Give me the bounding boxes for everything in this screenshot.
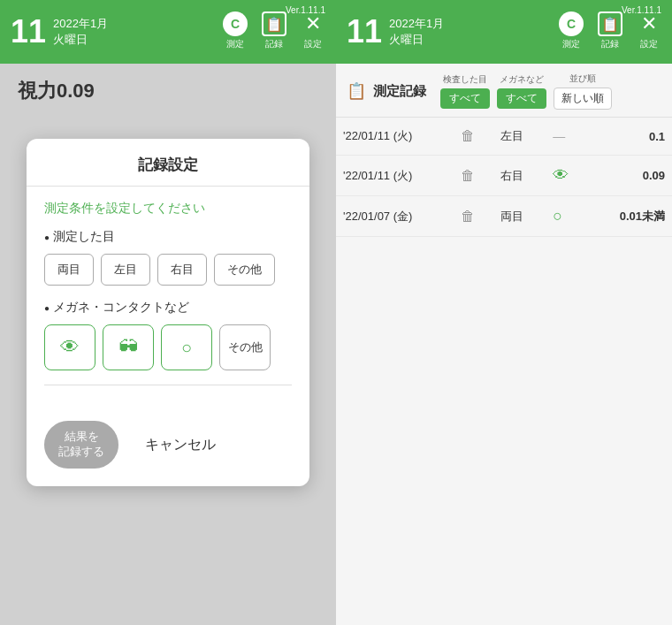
cancel-button[interactable]: キャンセル [145, 436, 216, 454]
record-eye-2: 右目 [493, 156, 546, 196]
circle-icon: ○ [553, 207, 562, 225]
records-table: '22/01/11 (火) 🗑 左目 — 0.1 '22/01/11 (火) 🗑… [336, 118, 672, 237]
eye-option-both[interactable]: 両目 [44, 254, 94, 286]
filter-glasses-button[interactable]: すべて [497, 88, 546, 109]
circle-symbol-icon: ○ [181, 338, 192, 358]
eye-options-row: 両目 左目 右目 その他 [44, 254, 292, 286]
glasses-option-eye[interactable]: 👁 [44, 324, 95, 370]
right-record-label: 記録 [601, 38, 619, 50]
record-value-2: 0.09 [588, 156, 672, 196]
dialog-title: 記録設定 [27, 139, 309, 187]
delete-icon-3[interactable]: 🗑 [461, 209, 475, 224]
filter-sort-button[interactable]: 新しい順 [554, 88, 612, 110]
glasses-option-glasses[interactable]: 🕶 [103, 324, 154, 370]
left-panel: 11 2022年1月 火曜日 Ver.1.11.1 C 測定 📋 記録 ✕ 設定… [0, 0, 336, 625]
dialog-divider [44, 385, 292, 385]
record-date-2: '22/01/11 (火) [336, 156, 454, 196]
records-list-icon: 📋 [347, 81, 366, 101]
delete-icon-1[interactable]: 🗑 [461, 128, 475, 143]
right-settings-icon-item[interactable]: ✕ 設定 [637, 11, 661, 50]
record-eye-1: 左目 [493, 118, 546, 156]
right-settings-icon: ✕ [637, 11, 661, 36]
table-row: '22/01/11 (火) 🗑 左目 — 0.1 [336, 118, 672, 156]
records-title: 測定記録 [373, 83, 426, 100]
delete-cell-2[interactable]: 🗑 [454, 156, 493, 196]
record-value-1: 0.1 [588, 118, 672, 156]
right-record-icon: 📋 [598, 11, 622, 36]
record-glasses-3: ○ [546, 196, 588, 237]
dialog-overlay: 記録設定 測定条件を設定してください 測定した目 両目 左目 右目 その他 メガ… [0, 0, 336, 625]
filter-glasses-label: メガネなど [500, 73, 544, 86]
eye-option-right[interactable]: 右目 [157, 254, 207, 286]
glasses-options-row: 👁 🕶 ○ その他 [44, 324, 292, 370]
no-glasses-icon: — [553, 129, 565, 143]
right-measure-label: 測定 [562, 38, 580, 50]
right-measure-icon: C [559, 11, 584, 36]
eye-symbol-icon: 👁 [60, 336, 80, 359]
dialog-footer: 結果を記録する キャンセル [27, 414, 309, 486]
delete-cell-3[interactable]: 🗑 [454, 196, 493, 237]
right-version: Ver.1.11.1 [622, 5, 661, 15]
record-date-1: '22/01/11 (火) [336, 118, 454, 156]
eye-option-other[interactable]: その他 [214, 254, 275, 286]
delete-cell-1[interactable]: 🗑 [454, 118, 493, 156]
glasses-section-label: メガネ・コンタクトなど [44, 300, 292, 316]
glasses-option-circle[interactable]: ○ [161, 324, 212, 370]
table-row: '22/01/11 (火) 🗑 右目 👁 0.09 [336, 156, 672, 196]
record-glasses-1: — [546, 118, 588, 156]
right-header-icons: C 測定 📋 記録 ✕ 設定 [559, 11, 661, 52]
save-button[interactable]: 結果を記録する [44, 421, 118, 469]
right-settings-label: 設定 [640, 38, 658, 50]
eye-section-label: 測定した目 [44, 229, 292, 245]
right-day-number: 11 [347, 16, 382, 48]
table-row: '22/01/07 (金) 🗑 両目 ○ 0.01未満 [336, 196, 672, 237]
delete-icon-2[interactable]: 🗑 [461, 168, 475, 183]
dialog-instruction: 測定条件を設定してください [44, 201, 292, 217]
dialog-body: 測定条件を設定してください 測定した目 両目 左目 右目 その他 メガネ・コンタ… [27, 187, 309, 414]
filter-sort-label: 並び順 [569, 72, 596, 85]
right-record-icon-item[interactable]: 📋 記録 [598, 11, 622, 50]
right-year-month: 2022年1月 [389, 16, 559, 32]
contacts-icon: 👁 [553, 166, 569, 184]
record-settings-dialog: 記録設定 測定条件を設定してください 測定した目 両目 左目 右目 その他 メガ… [27, 139, 309, 486]
record-glasses-2: 👁 [546, 156, 588, 196]
record-value-3: 0.01未満 [588, 196, 672, 237]
filter-sort-group: 並び順 新しい順 [554, 72, 612, 110]
eye-option-left[interactable]: 左目 [101, 254, 150, 286]
glasses-symbol-icon: 🕶 [118, 336, 138, 359]
right-header: 11 2022年1月 火曜日 Ver.1.11.1 C 測定 📋 記録 ✕ 設定 [336, 0, 672, 64]
filter-eye-group: 検査した目 すべて [440, 73, 490, 109]
glasses-option-other[interactable]: その他 [219, 324, 271, 370]
record-eye-3: 両目 [493, 196, 546, 237]
filter-eye-label: 検査した目 [443, 73, 487, 86]
right-date-info: 2022年1月 火曜日 [389, 16, 559, 48]
right-weekday: 火曜日 [389, 32, 559, 48]
right-measure-icon-item[interactable]: C 測定 [559, 11, 584, 50]
filter-glasses-group: メガネなど すべて [497, 73, 546, 109]
record-date-3: '22/01/07 (金) [336, 196, 454, 237]
right-panel: 11 2022年1月 火曜日 Ver.1.11.1 C 測定 📋 記録 ✕ 設定… [336, 0, 672, 625]
records-header: 📋 測定記録 検査した目 すべて メガネなど すべて 並び順 新しい順 [336, 64, 672, 118]
filter-eye-button[interactable]: すべて [440, 88, 490, 109]
